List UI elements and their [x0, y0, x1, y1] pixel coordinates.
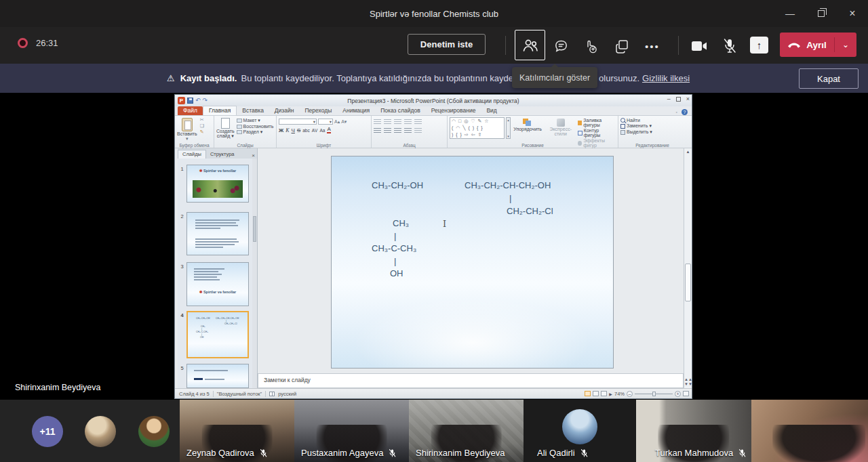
request-control-button[interactable]: Denetim iste: [408, 34, 486, 55]
char-spacing-button[interactable]: АV: [312, 128, 318, 133]
new-slide-button[interactable]: Создать слайд ▾: [216, 117, 235, 139]
participant-tile[interactable]: Ali Qadirli: [524, 400, 636, 462]
strikethrough-button[interactable]: S: [297, 127, 300, 133]
minimize-button[interactable]: —: [774, 0, 806, 27]
shapes-gallery[interactable]: ◠ □ ◎ ♡ ✎ ☆ ( ◠ ╲ ( ) { } ) { } ⇨ ⇦ ⇧: [450, 117, 505, 139]
breakout-rooms-button[interactable]: [612, 37, 632, 56]
panel-tab-slides[interactable]: Слайды: [178, 150, 206, 159]
reading-view-button[interactable]: [601, 391, 607, 396]
zoom-in-button[interactable]: +: [675, 391, 681, 397]
microphone-muted-button[interactable]: [719, 37, 740, 56]
align-center-button[interactable]: [384, 128, 391, 133]
panel-scrollbar-thumb[interactable]: [253, 216, 256, 242]
align-left-button[interactable]: [374, 128, 381, 133]
align-right-button[interactable]: [394, 128, 401, 133]
participant-tile[interactable]: Zeynab Qadirova: [180, 400, 294, 462]
ppt-minimize-button[interactable]: –: [667, 96, 671, 102]
scrollbar-thumb[interactable]: [685, 264, 691, 301]
tab-transitions[interactable]: Переходы: [299, 106, 337, 115]
ppt-restore-button[interactable]: [676, 97, 681, 102]
tab-animations[interactable]: Анимация: [337, 106, 375, 115]
slide-sorter-button[interactable]: [593, 391, 599, 396]
find-button[interactable]: Найти: [620, 118, 684, 123]
participant-tile[interactable]: [751, 400, 868, 462]
font-color-button[interactable]: А: [327, 127, 330, 133]
tab-view[interactable]: Вид: [481, 106, 502, 115]
more-options-button[interactable]: •••: [642, 37, 663, 56]
share-tray-button[interactable]: ↑: [750, 37, 768, 54]
paste-button[interactable]: Вставить ▾: [177, 117, 197, 142]
tab-home[interactable]: Главная: [203, 106, 237, 115]
tab-slideshow[interactable]: Показ слайдов: [375, 106, 426, 115]
copy-icon[interactable]: ❏: [200, 123, 204, 129]
tab-insert[interactable]: Вставка: [237, 106, 269, 115]
section-button[interactable]: Раздел ▾: [237, 129, 274, 135]
line-spacing-button[interactable]: [414, 119, 422, 124]
reset-button[interactable]: Восстановить: [237, 124, 274, 129]
slide-thumbnail-5[interactable]: [186, 364, 249, 388]
replace-button[interactable]: Заменить ▾: [620, 123, 684, 129]
grow-font-button[interactable]: А▴: [334, 119, 340, 125]
help-icon[interactable]: ?: [682, 109, 688, 115]
participant-tile[interactable]: Shirinxanim Beydiyeva: [409, 400, 524, 462]
scroll-up-icon[interactable]: ▲: [684, 150, 692, 154]
panel-close-icon[interactable]: ×: [252, 152, 255, 159]
slide-thumbnail-1[interactable]: ✱ Spirtlər və fenollar: [186, 165, 249, 203]
change-case-button[interactable]: Аа: [319, 128, 325, 133]
justify-button[interactable]: [404, 128, 412, 133]
zoom-slider-thumb[interactable]: [652, 392, 656, 396]
numbering-button[interactable]: [384, 119, 391, 124]
tab-design[interactable]: Дизайн: [269, 106, 300, 115]
cut-icon[interactable]: ✂: [200, 117, 204, 123]
shadow-button[interactable]: abc: [302, 128, 309, 133]
spellcheck-icon[interactable]: [269, 392, 275, 396]
slide-thumbnail-4-selected[interactable]: CH₃-CH₂-OH CH₃-CH₂-CH-CH₂-OH | CH₂-CH₂-C…: [186, 311, 249, 358]
shapes-scrollbar[interactable]: ▴▾: [506, 117, 510, 139]
participant-avatar[interactable]: [85, 416, 116, 447]
show-participants-button[interactable]: [515, 30, 545, 60]
leave-button[interactable]: Ayrıl ⌄: [780, 33, 856, 57]
leave-options-chevron[interactable]: ⌄: [835, 40, 856, 49]
columns-button[interactable]: [414, 128, 422, 133]
italic-button[interactable]: К: [285, 127, 289, 133]
ribbon-collapse-icon[interactable]: ◦: [676, 110, 677, 114]
slide-thumbnail-3[interactable]: ✱ Spirtlər və fenollar: [186, 262, 249, 306]
banner-dismiss-button[interactable]: Kapat: [799, 68, 859, 89]
bold-button[interactable]: Ж: [279, 127, 283, 133]
indent-decrease-button[interactable]: [394, 119, 401, 124]
normal-view-button[interactable]: [585, 391, 591, 396]
notes-pane[interactable]: Заметки к слайду: [258, 373, 684, 388]
chat-button[interactable]: [551, 37, 571, 56]
camera-button[interactable]: [689, 37, 709, 56]
layout-button[interactable]: Макет ▾: [237, 118, 274, 123]
slide-thumbnail-2[interactable]: [186, 212, 249, 255]
underline-button[interactable]: Ч: [292, 127, 295, 133]
fit-to-window-button[interactable]: [683, 391, 689, 396]
close-button[interactable]: ×: [837, 0, 868, 27]
indent-increase-button[interactable]: [404, 119, 412, 124]
participant-avatar[interactable]: [138, 416, 170, 447]
reactions-button[interactable]: [581, 37, 601, 56]
language-label[interactable]: русский: [278, 391, 296, 397]
previous-slide-button[interactable]: ▲▲: [684, 377, 692, 382]
panel-tab-outline[interactable]: Структура: [206, 150, 239, 159]
zoom-out-button[interactable]: –: [627, 391, 633, 397]
panel-scrollbar[interactable]: [252, 159, 257, 388]
privacy-policy-link[interactable]: Gizlilik ilkesi: [642, 73, 690, 83]
font-size-select[interactable]: ▾: [318, 119, 333, 125]
tab-file[interactable]: Файл: [178, 106, 203, 115]
slide-scrollbar[interactable]: ▲ ▲▲ ▼▼: [684, 148, 692, 388]
slideshow-button[interactable]: ▶: [609, 392, 612, 396]
shape-fill-button[interactable]: Заливка фигуры: [578, 118, 616, 127]
zoom-slider[interactable]: [635, 394, 673, 394]
tab-review[interactable]: Рецензирование: [426, 106, 481, 115]
shape-outline-button[interactable]: Контур фигуры: [578, 128, 616, 138]
restore-button[interactable]: [806, 0, 837, 27]
overflow-count-badge[interactable]: +11: [32, 416, 63, 447]
ppt-close-button[interactable]: ×: [686, 96, 690, 102]
participant-tile[interactable]: Pustaxanim Agayeva: [294, 400, 409, 462]
participant-tile[interactable]: Turkan Mahmudova: [636, 400, 751, 462]
format-painter-icon[interactable]: ✎: [200, 129, 204, 135]
slide-canvas[interactable]: CH₃-CH₂-OH CH₃-CH₂-CH-CH₂-OH | CH₂-CH₂-C…: [331, 156, 614, 369]
bullets-button[interactable]: [374, 119, 381, 124]
